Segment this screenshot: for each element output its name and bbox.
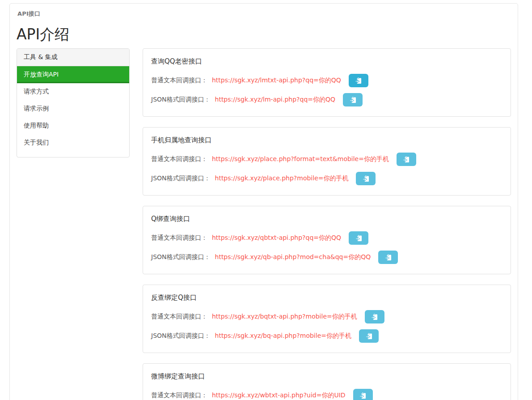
api-row: 普通文本回调接口： https://sgk.xyz/lmtxt-api.php?… — [151, 74, 502, 87]
api-url-link[interactable]: https://sgk.xyz/qbtxt-api.php?qq=你的QQ — [212, 234, 341, 242]
api-row-label: JSON格式回调接口： — [151, 253, 211, 261]
clipboard-paste-icon — [355, 77, 362, 84]
api-url-link[interactable]: https://sgk.xyz/bq-api.php?mobile=你的手机 — [215, 332, 351, 340]
card-title: 查询QQ老密接口 — [151, 57, 502, 66]
sidebar-item-usage-help[interactable]: 使用帮助 — [17, 117, 129, 134]
card-title: 反查绑定Q接口 — [151, 294, 502, 302]
copy-button[interactable] — [349, 74, 368, 87]
api-card-weibo-binding: 微博绑定查询接口 普通文本回调接口： https://sgk.xyz/wbtxt… — [143, 363, 511, 400]
copy-button[interactable] — [365, 310, 384, 323]
sidebar: 工具 & 集成 开放查询API 请求方式 请求示例 使用帮助 关于我们 — [17, 48, 130, 157]
clipboard-paste-icon — [355, 234, 362, 242]
copy-button[interactable] — [349, 231, 368, 245]
api-url-link[interactable]: https://sgk.xyz/qb-api.php?mod=cha&qq=你的… — [215, 253, 371, 261]
card-title: 微博绑定查询接口 — [151, 372, 502, 381]
content-columns: 工具 & 集成 开放查询API 请求方式 请求示例 使用帮助 关于我们 查询QQ… — [17, 48, 511, 400]
api-url-link[interactable]: https://sgk.xyz/bqtxt-api.php?mobile=你的手… — [212, 313, 357, 321]
sidebar-header: 工具 & 集成 — [17, 49, 129, 66]
clipboard-paste-icon — [371, 313, 378, 320]
card-title: Q绑查询接口 — [151, 215, 502, 223]
copy-button[interactable] — [359, 329, 379, 343]
cards-column: 查询QQ老密接口 普通文本回调接口： https://sgk.xyz/lmtxt… — [143, 48, 511, 400]
clipboard-paste-icon — [366, 332, 372, 340]
clipboard-paste-icon — [385, 254, 392, 261]
clipboard-paste-icon — [363, 175, 369, 182]
api-row: JSON格式回调接口： https://sgk.xyz/lm-api.php?q… — [151, 93, 502, 106]
sidebar-item-about-us[interactable]: 关于我们 — [17, 134, 129, 151]
api-row-label: JSON格式回调接口： — [151, 174, 211, 183]
copy-button[interactable] — [353, 389, 373, 400]
api-row-label: 普通文本回调接口： — [151, 77, 207, 85]
api-row-label: JSON格式回调接口： — [151, 96, 211, 104]
api-row-label: 普通文本回调接口： — [151, 155, 207, 163]
clipboard-paste-icon — [359, 392, 366, 399]
api-row: JSON格式回调接口： https://sgk.xyz/bq-api.php?m… — [151, 329, 502, 343]
api-url-link[interactable]: https://sgk.xyz/place.php?mobile=你的手机 — [215, 174, 349, 183]
card-title: 手机归属地查询接口 — [151, 136, 502, 145]
api-row: JSON格式回调接口： https://sgk.xyz/place.php?mo… — [151, 172, 502, 185]
api-card-phone-location: 手机归属地查询接口 普通文本回调接口： https://sgk.xyz/plac… — [143, 127, 511, 196]
api-row-label: 普通文本回调接口： — [151, 313, 207, 321]
api-row-label: JSON格式回调接口： — [151, 332, 211, 340]
page-title: API介绍 — [17, 24, 511, 45]
sidebar-item-open-query-api[interactable]: 开放查询API — [17, 66, 129, 83]
copy-button[interactable] — [397, 153, 416, 166]
api-row: 普通文本回调接口： https://sgk.xyz/qbtxt-api.php?… — [151, 231, 502, 245]
api-row-label: 普通文本回调接口： — [151, 234, 207, 242]
api-url-link[interactable]: https://sgk.xyz/lmtxt-api.php?qq=你的QQ — [212, 77, 341, 85]
api-row: 普通文本回调接口： https://sgk.xyz/wbtxt-api.php?… — [151, 389, 502, 400]
api-row-label: 普通文本回调接口： — [151, 391, 207, 400]
api-row: 普通文本回调接口： https://sgk.xyz/bqtxt-api.php?… — [151, 310, 502, 323]
api-url-link[interactable]: https://sgk.xyz/wbtxt-api.php?uid=你的UID — [212, 391, 346, 400]
api-card-qq-binding: Q绑查询接口 普通文本回调接口： https://sgk.xyz/qbtxt-a… — [143, 206, 511, 274]
copy-button[interactable] — [378, 251, 398, 264]
api-card-reverse-lookup-qq: 反查绑定Q接口 普通文本回调接口： https://sgk.xyz/bqtxt-… — [143, 285, 511, 353]
page-container: API接口 API介绍 工具 & 集成 开放查询API 请求方式 请求示例 使用… — [9, 3, 518, 400]
api-row: JSON格式回调接口： https://sgk.xyz/qb-api.php?m… — [151, 251, 502, 264]
clipboard-paste-icon — [350, 96, 356, 103]
breadcrumb: API接口 — [17, 10, 511, 18]
api-row: 普通文本回调接口： https://sgk.xyz/place.php?form… — [151, 153, 502, 166]
copy-button[interactable] — [356, 172, 376, 185]
api-url-link[interactable]: https://sgk.xyz/place.php?format=text&mo… — [212, 155, 389, 163]
api-url-link[interactable]: https://sgk.xyz/lm-api.php?qq=你的QQ — [215, 96, 336, 104]
copy-button[interactable] — [343, 93, 363, 106]
sidebar-item-request-example[interactable]: 请求示例 — [17, 100, 129, 117]
sidebar-item-request-method[interactable]: 请求方式 — [17, 83, 129, 100]
api-card-qq-old-password: 查询QQ老密接口 普通文本回调接口： https://sgk.xyz/lmtxt… — [143, 48, 511, 117]
clipboard-paste-icon — [403, 156, 410, 163]
